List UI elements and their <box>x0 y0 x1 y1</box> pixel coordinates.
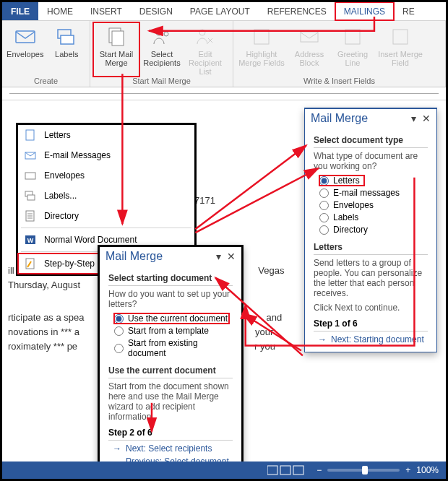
view-buttons[interactable] <box>267 464 311 476</box>
doc-frag: novations in *** a <box>8 325 79 339</box>
mail-merge-pane-step2: Mail Merge ▾✕ Select starting document H… <box>98 245 244 481</box>
directory-icon <box>24 209 37 222</box>
doc-frag: 7171 <box>194 194 215 208</box>
option-label: Start from existing document <box>128 338 233 358</box>
select-recipients-icon <box>150 25 173 48</box>
link-label: Next: Starting document <box>331 334 424 344</box>
edit-recipient-list-icon <box>194 25 217 48</box>
radio-letters[interactable] <box>319 176 329 186</box>
start-mail-merge-button[interactable]: Start Mail Merge <box>93 22 139 77</box>
tab-insert[interactable]: INSERT <box>82 2 131 20</box>
ruler <box>2 87 446 100</box>
svg-rect-25 <box>280 466 290 474</box>
option-labels[interactable]: Labels <box>319 212 428 222</box>
section-use-current-heading: Use the current document <box>108 365 233 378</box>
close-icon[interactable]: ✕ <box>422 113 431 124</box>
email-icon <box>24 149 37 162</box>
tab-mailings[interactable]: MAILINGS <box>335 2 394 20</box>
svg-rect-26 <box>293 466 303 474</box>
step-indicator: Step 2 of 6 <box>108 428 233 441</box>
radio-labels[interactable] <box>319 213 329 222</box>
tab-references[interactable]: REFERENCES <box>259 2 335 20</box>
address-block-label: Address Block <box>295 50 324 67</box>
menu-label: Labels... <box>44 191 77 201</box>
menu-label: Directory <box>44 211 79 221</box>
radio-envelopes[interactable] <box>319 201 329 210</box>
envelope-icon <box>14 25 37 48</box>
option-start-from-template[interactable]: Start from a template <box>114 326 233 336</box>
radio-current[interactable] <box>114 314 124 324</box>
wizard-icon <box>24 257 37 270</box>
arrow-right-icon: → <box>113 443 121 454</box>
svg-rect-24 <box>267 466 277 474</box>
radio-existing[interactable] <box>114 344 124 353</box>
highlight-merge-fields-button: Highlight Merge Fields <box>236 22 287 77</box>
highlight-label: Highlight Merge Fields <box>238 50 285 67</box>
pane-dropdown-icon[interactable]: ▾ <box>216 251 221 262</box>
start-mail-merge-label: Start Mail Merge <box>100 50 133 67</box>
menu-email-messages[interactable]: E-mail Messages <box>18 145 194 165</box>
use-current-desc: Start from the document shown here and u… <box>108 381 233 422</box>
option-use-current-document[interactable]: Use the current document <box>114 313 229 324</box>
option-envelopes[interactable]: Envelopes <box>319 200 428 210</box>
svg-rect-10 <box>345 30 360 44</box>
tab-page-layout[interactable]: PAGE LAYOUT <box>181 2 259 20</box>
group-start-mail-merge-label: Start Mail Merge <box>93 77 230 87</box>
next-starting-document-link[interactable]: →Next: Starting document <box>318 334 428 344</box>
option-label: E-mail messages <box>333 188 400 198</box>
svg-rect-4 <box>112 31 124 46</box>
tab-review-fragment[interactable]: RE <box>394 2 423 20</box>
option-email-messages[interactable]: E-mail messages <box>319 188 428 198</box>
close-icon[interactable]: ✕ <box>227 251 236 262</box>
radio-directory[interactable] <box>319 225 329 235</box>
option-label: Labels <box>333 212 358 222</box>
svg-point-5 <box>156 30 162 35</box>
tab-home[interactable]: HOME <box>38 2 82 20</box>
svg-rect-2 <box>61 35 74 44</box>
tab-design[interactable]: DESIGN <box>131 2 181 20</box>
link-label: Next: Select recipients <box>126 443 212 454</box>
zoom-slider[interactable] <box>327 469 400 472</box>
section-select-starting-document: Select starting document <box>108 273 233 286</box>
next-select-recipients-link[interactable]: →Next: Select recipients <box>113 443 233 454</box>
insert-merge-field-label: Insert Merge Field <box>378 50 423 67</box>
pane-dropdown-icon[interactable]: ▾ <box>411 113 416 124</box>
radio-template[interactable] <box>114 326 124 336</box>
start-mail-merge-icon <box>105 25 128 48</box>
mail-merge-pane-step1: Mail Merge ▾✕ Select document type What … <box>304 108 437 352</box>
menu-envelopes[interactable]: Envelopes <box>18 165 194 186</box>
svg-rect-14 <box>25 173 35 179</box>
letters-desc: Send letters to a group of people. You c… <box>314 258 428 298</box>
labels-button[interactable]: Labels <box>47 22 87 77</box>
doc-frag: Vegas <box>258 264 284 278</box>
highlight-icon <box>250 25 273 48</box>
menu-label: Letters <box>44 130 71 140</box>
menu-label: Normal Word Document <box>44 235 137 245</box>
envelopes-label: Envelopes <box>7 50 43 58</box>
option-label: Directory <box>333 225 368 235</box>
tab-file[interactable]: FILE <box>2 2 38 20</box>
menu-directory[interactable]: Directory <box>18 206 194 226</box>
radio-email[interactable] <box>319 188 329 198</box>
option-label: Use the current document <box>128 313 228 324</box>
select-recipients-button[interactable]: Select Recipients <box>141 22 183 77</box>
labels-label: Labels <box>55 50 78 58</box>
section-select-document-type: Select document type <box>314 135 428 148</box>
section-desc: How do you want to set up your letters? <box>108 289 233 309</box>
section-letters-heading: Letters <box>314 242 428 255</box>
option-directory[interactable]: Directory <box>319 225 428 235</box>
pane-title: Mail Merge <box>311 112 368 125</box>
envelopes-button[interactable]: Envelopes <box>5 22 46 77</box>
option-letters[interactable]: Letters <box>319 176 364 186</box>
edit-recipient-list-label: Edit Recipient List <box>184 50 226 76</box>
zoom-thumb[interactable] <box>362 466 368 474</box>
zoom-in-button[interactable]: + <box>405 465 410 475</box>
menu-letters[interactable]: Letters <box>18 125 194 145</box>
menu-separator <box>21 228 191 228</box>
svg-rect-8 <box>254 30 269 44</box>
greeting-line-icon <box>341 25 364 48</box>
zoom-out-button[interactable]: − <box>316 465 322 475</box>
option-start-from-existing[interactable]: Start from existing document <box>114 338 233 358</box>
menu-labels[interactable]: Labels... <box>18 186 194 206</box>
zoom-level[interactable]: 100% <box>416 465 439 475</box>
